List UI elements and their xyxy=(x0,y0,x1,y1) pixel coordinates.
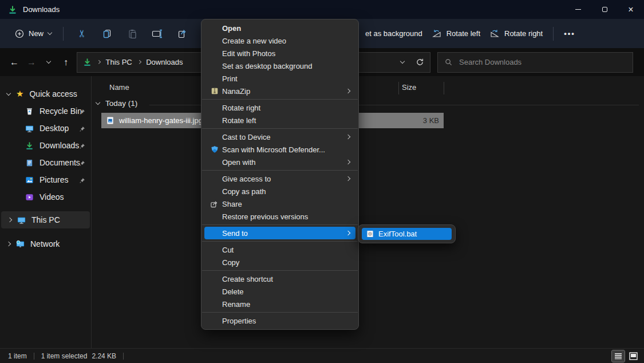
thumbnails-view-button[interactable] xyxy=(627,350,639,362)
status-divider xyxy=(123,353,124,360)
column-header-name[interactable]: Name xyxy=(109,83,129,92)
submenu-item-exiftool[interactable]: ExifTool.bat xyxy=(362,228,452,240)
menu-item-label: Cast to Device xyxy=(222,133,346,141)
menu-item-nanazip[interactable]: NanaZip xyxy=(204,85,355,97)
back-button[interactable]: ← xyxy=(6,53,23,72)
sidebar-item-label: Documents xyxy=(39,158,80,167)
menu-item-open[interactable]: Open xyxy=(204,22,355,34)
chevron-right-icon xyxy=(346,177,350,180)
view-toggle-group xyxy=(612,350,639,362)
details-view-icon xyxy=(614,353,622,360)
close-button[interactable]: × xyxy=(618,0,644,19)
menu-item-label: Rotate left xyxy=(222,116,351,125)
menu-item-cast-to-device[interactable]: Cast to Device xyxy=(204,131,355,143)
breadcrumb-chevron-icon xyxy=(97,60,100,64)
recent-locations-button[interactable] xyxy=(40,53,57,72)
search-box[interactable] xyxy=(437,52,633,73)
menu-separator xyxy=(202,170,358,171)
sidebar-item-this-pc[interactable]: This PC xyxy=(1,211,90,228)
menu-item-label: Copy as path xyxy=(222,187,351,196)
breadcrumb-downloads[interactable]: Downloads xyxy=(146,58,183,66)
cut-button[interactable]: ✂ xyxy=(69,23,94,44)
rotate-right-button[interactable]: Rotate right xyxy=(485,26,547,42)
column-divider[interactable] xyxy=(444,82,444,94)
file-explorer-window: Downloads × New ✂ xyxy=(0,0,644,363)
sidebar-item-pictures[interactable]: Pictures xyxy=(0,171,91,188)
maximize-button[interactable] xyxy=(591,0,618,19)
pin-icon xyxy=(79,159,85,168)
sidebar-item-documents[interactable]: Documents xyxy=(0,154,91,171)
sidebar-item-recycle-bin[interactable]: Recycle Bin xyxy=(0,102,91,120)
more-options-button[interactable]: ••• xyxy=(559,26,580,41)
downloads-location-icon xyxy=(83,58,92,66)
sidebar-gap xyxy=(0,206,91,211)
search-input[interactable] xyxy=(458,57,626,67)
chevron-down-icon xyxy=(46,59,51,64)
recycle-bin-icon xyxy=(25,107,34,116)
menu-item-copy-as-path[interactable]: Copy as path xyxy=(204,185,355,198)
sidebar-item-network[interactable]: Network xyxy=(0,235,91,252)
menu-item-create-a-new-video[interactable]: Create a new video xyxy=(204,34,355,47)
address-dropdown-button[interactable] xyxy=(400,59,405,64)
downloads-app-icon xyxy=(8,5,17,14)
refresh-button[interactable] xyxy=(416,58,424,66)
ellipsis-icon: ••• xyxy=(564,29,575,38)
paste-button[interactable] xyxy=(120,23,145,44)
sidebar-item-downloads[interactable]: Downloads xyxy=(0,137,91,154)
column-header-size[interactable]: Size xyxy=(402,83,416,92)
downloads-icon xyxy=(25,141,34,150)
menu-item-give-access-to[interactable]: Give access to xyxy=(204,172,355,185)
column-divider[interactable] xyxy=(398,82,399,94)
menu-item-restore-previous-versions[interactable]: Restore previous versions xyxy=(204,210,355,223)
forward-button[interactable]: → xyxy=(23,53,40,72)
menu-item-label: Copy xyxy=(222,258,351,267)
sidebar-item-label: This PC xyxy=(31,215,60,224)
menu-item-scan-with-microsoft-defender[interactable]: Scan with Microsoft Defender... xyxy=(204,143,355,156)
titlebar: Downloads × xyxy=(0,0,644,19)
status-bar: 1 item 1 item selected 2.24 KB xyxy=(0,348,644,363)
quick-access-header[interactable]: ★ Quick access xyxy=(0,85,91,102)
menu-item-create-shortcut[interactable]: Create shortcut xyxy=(204,273,355,285)
breadcrumb-this-pc[interactable]: This PC xyxy=(106,58,132,66)
back-icon: ← xyxy=(10,57,19,68)
share-button[interactable] xyxy=(170,23,195,44)
minimize-button[interactable] xyxy=(565,0,591,19)
details-view-button[interactable] xyxy=(612,350,625,362)
menu-item-open-with[interactable]: Open with xyxy=(204,156,355,168)
sidebar-item-desktop[interactable]: Desktop xyxy=(0,120,91,137)
menu-item-rotate-left[interactable]: Rotate left xyxy=(204,114,355,127)
menu-item-properties[interactable]: Properties xyxy=(204,314,355,327)
sidebar: ★ Quick access Recycle Bin xyxy=(0,76,92,348)
menu-item-send-to[interactable]: Send to xyxy=(204,227,355,239)
menu-item-label: Delete xyxy=(222,287,351,296)
menu-item-delete[interactable]: Delete xyxy=(204,285,355,298)
file-name: william-henry-gates-iii.jpg xyxy=(119,116,203,125)
toolbar-separator xyxy=(553,27,554,41)
bat-file-icon xyxy=(366,230,374,238)
menu-item-set-as-desktop-background[interactable]: Set as desktop background xyxy=(204,60,355,72)
share-icon xyxy=(207,200,222,208)
toolbar-separator xyxy=(63,27,64,41)
menu-item-print[interactable]: Print xyxy=(204,72,355,85)
rotate-left-button[interactable]: Rotate left xyxy=(427,26,485,42)
status-selection: 1 item selected xyxy=(41,352,88,360)
defender-shield-icon xyxy=(207,145,222,153)
sidebar-item-videos[interactable]: Videos xyxy=(0,188,91,206)
menu-item-label: Rotate right xyxy=(222,104,351,112)
menu-item-label: Rename xyxy=(222,300,351,309)
group-header-today[interactable]: Today (1) xyxy=(96,99,137,108)
menu-item-rename[interactable]: Rename xyxy=(204,298,355,310)
rename-button[interactable] xyxy=(145,23,170,44)
new-button[interactable]: New xyxy=(9,26,57,42)
menu-item-rotate-right[interactable]: Rotate right xyxy=(204,101,355,114)
chevron-right-icon xyxy=(346,160,350,164)
chevron-right-icon xyxy=(346,135,350,139)
menu-item-cut[interactable]: Cut xyxy=(204,243,355,256)
menu-item-share[interactable]: Share xyxy=(204,198,355,210)
context-menu: Open Create a new video Edit with Photos… xyxy=(201,19,359,330)
menu-item-edit-with-photos[interactable]: Edit with Photos xyxy=(204,47,355,60)
menu-item-copy[interactable]: Copy xyxy=(204,256,355,269)
set-as-background-button[interactable]: et as background xyxy=(361,26,427,41)
up-button[interactable]: ↑ xyxy=(57,53,74,72)
copy-button[interactable] xyxy=(94,23,120,44)
